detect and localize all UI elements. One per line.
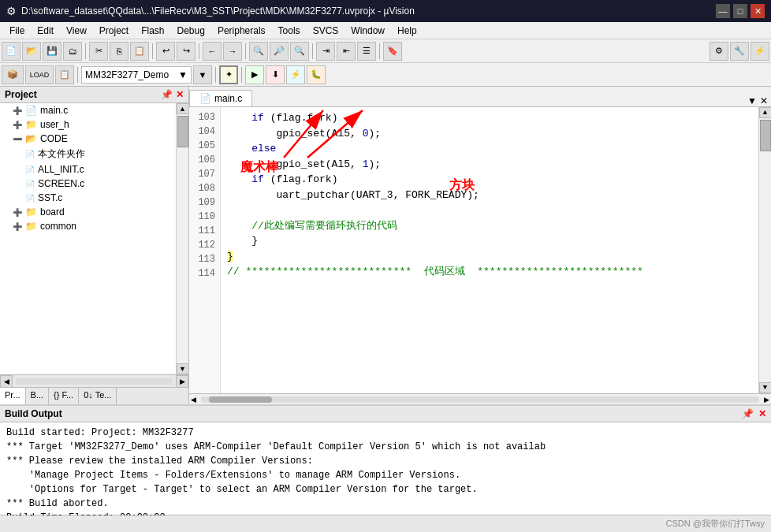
menu-view[interactable]: View <box>60 24 93 38</box>
expand-icon-board: ➕ <box>13 208 22 217</box>
code-content[interactable]: if (flag.fork) gpio_set(Al5, 0); else gp… <box>221 107 758 393</box>
tb2-target-btn[interactable]: 📦 <box>2 65 24 84</box>
tb-sep1 <box>85 43 86 59</box>
tree-label-benwenjian: 本文件夹作 <box>38 147 85 161</box>
menu-edit[interactable]: Edit <box>31 24 60 38</box>
tb-find-btn[interactable]: 🔍 <box>249 42 268 61</box>
tree-item-mainc[interactable]: ➕ 📄 main.c <box>0 103 176 117</box>
title-bar: ⚙ D:\software_dataset\QQdata\...\FileRec… <box>0 0 771 22</box>
proj-tab-templates[interactable]: 0↓ Te... <box>79 388 117 404</box>
tb-format-btn[interactable]: ☰ <box>357 42 376 61</box>
scroll-track <box>177 114 188 363</box>
project-close-icon[interactable]: ✕ <box>176 89 184 100</box>
tb-sep6 <box>379 43 380 59</box>
tree-item-board[interactable]: ➕ 📁 board <box>0 205 176 219</box>
tb2-load-btn[interactable]: LOAD <box>25 65 54 84</box>
tb-sep5 <box>312 43 313 59</box>
tb-open-btn[interactable]: 📂 <box>22 42 41 61</box>
tb-fwd-btn[interactable]: → <box>223 42 242 61</box>
proj-tab-books[interactable]: B... <box>26 388 50 404</box>
tab-pin-icon[interactable]: ✕ <box>760 95 768 106</box>
tb-outdent-btn[interactable]: ⇤ <box>337 42 356 61</box>
tree-item-common[interactable]: ➕ 📁 common <box>0 219 176 233</box>
menu-window[interactable]: Window <box>345 24 391 38</box>
code-scroll-down[interactable]: ▼ <box>759 382 772 393</box>
tree-item-screen[interactable]: 📄 SCREEN.c <box>0 177 176 191</box>
project-scrollbar[interactable]: ▲ ▼ <box>176 103 188 374</box>
maximize-button[interactable]: □ <box>733 4 747 18</box>
tb-back-btn[interactable]: ← <box>203 42 222 61</box>
tb-save-btn[interactable]: 💾 <box>43 42 61 61</box>
tb-undo-btn[interactable]: ↩ <box>156 42 175 61</box>
menu-file[interactable]: File <box>3 24 31 38</box>
h-scroll-left-code[interactable]: ◀ <box>189 396 198 404</box>
project-pin-icon[interactable]: 📌 <box>161 89 173 100</box>
build-line-6: *** Build aborted. <box>6 497 765 511</box>
scroll-up-arrow[interactable]: ▲ <box>177 103 189 114</box>
tb2-extra-btn[interactable]: 📋 <box>55 65 74 84</box>
code-scroll-track <box>759 118 771 382</box>
tb-paste-btn[interactable]: 📋 <box>130 42 149 61</box>
tb-copy-btn[interactable]: ⎘ <box>110 42 128 61</box>
menu-flash[interactable]: Flash <box>135 24 170 38</box>
menu-peripherals[interactable]: Peripherals <box>211 24 272 38</box>
tb-find2-btn[interactable]: 🔎 <box>270 42 289 61</box>
menu-debug[interactable]: Debug <box>171 24 211 38</box>
tb-redo-btn[interactable]: ↪ <box>177 42 196 61</box>
tree-item-benwenjian[interactable]: 📄 本文件夹作 <box>0 146 176 162</box>
proj-tab-project[interactable]: Pr... <box>0 388 26 404</box>
line-num-113: 113 <box>189 252 220 266</box>
tree-label-mainc: main.c <box>40 105 68 116</box>
project-h-scroll: ◀ ▶ <box>0 374 188 387</box>
close-button[interactable]: ✕ <box>751 4 765 18</box>
file-icon-benwenjian: 📄 <box>25 150 35 158</box>
code-scroll-up[interactable]: ▲ <box>759 107 772 118</box>
build-pin-icon[interactable]: 📌 <box>742 408 754 419</box>
code-line-104: gpio_set(Al5, 0); <box>227 126 752 142</box>
code-scroll-thumb[interactable] <box>760 120 771 151</box>
tb2-magic-btn[interactable]: ✦ <box>219 65 238 84</box>
tb-indent-btn[interactable]: ⇥ <box>316 42 335 61</box>
scroll-down-arrow[interactable]: ▼ <box>177 363 189 374</box>
scroll-thumb[interactable] <box>177 116 188 147</box>
proj-tab-functions[interactable]: {} F... <box>49 388 79 404</box>
menu-svcs[interactable]: SVCS <box>307 24 345 38</box>
editor-wrapper: 📄 main.c ▼ ✕ 103 104 105 106 107 108 109 <box>189 87 771 404</box>
tb-extra3-btn[interactable]: ⚡ <box>751 42 769 61</box>
h-scroll-left-btn[interactable]: ◀ <box>0 375 13 388</box>
tree-label-common: common <box>40 221 76 232</box>
tree-item-code[interactable]: ➖ 📂 CODE <box>0 132 176 146</box>
tb2-dropdown-btn[interactable]: ▼ <box>193 65 212 84</box>
tb-extra2-btn[interactable]: 🔧 <box>730 42 749 61</box>
menu-project[interactable]: Project <box>93 24 135 38</box>
menu-tools[interactable]: Tools <box>272 24 307 38</box>
target-select[interactable]: MM32F3277_Demo ▼ <box>81 66 192 84</box>
tree-item-userh[interactable]: ➕ 📁 user_h <box>0 117 176 132</box>
tree-item-allinit[interactable]: 📄 ALL_INIT.c <box>0 162 176 177</box>
tb-save-all-btn[interactable]: 🗂 <box>63 42 82 61</box>
h-scroll-thumb-code[interactable] <box>209 396 272 403</box>
h-scroll-right-btn[interactable]: ▶ <box>176 375 188 388</box>
build-line-4: 'Manage Project Items - Folders/Extensio… <box>6 468 765 482</box>
tree-item-sst[interactable]: 📄 SST.c <box>0 191 176 205</box>
h-scroll-right-code[interactable]: ▶ <box>762 396 771 404</box>
tb2-dbg-btn[interactable]: 🐛 <box>307 65 326 84</box>
code-line-111: } <box>227 233 752 249</box>
tb-extra1-btn[interactable]: ⚙ <box>710 42 728 61</box>
tb2-load2-btn[interactable]: ⬇ <box>266 65 285 84</box>
tb2-build-btn[interactable]: ▶ <box>245 65 264 84</box>
code-scrollbar[interactable]: ▲ ▼ <box>758 107 771 393</box>
build-close-icon[interactable]: ✕ <box>758 408 766 419</box>
tb-new-btn[interactable]: 📄 <box>2 42 20 61</box>
minimize-button[interactable]: — <box>716 4 730 18</box>
tb2-sep3 <box>241 67 242 83</box>
tb-bookmark-btn[interactable]: 🔖 <box>383 42 402 61</box>
main-area: Project 📌 ✕ ➕ 📄 main.c ➕ 📁 user_h <box>0 87 771 404</box>
tb-find3-btn[interactable]: 🔍 <box>290 42 309 61</box>
tab-close-icon[interactable]: ▼ <box>747 95 757 106</box>
tb-cut-btn[interactable]: ✂ <box>89 42 108 61</box>
tb2-run-btn[interactable]: ⚡ <box>286 65 305 84</box>
menu-help[interactable]: Help <box>391 24 423 38</box>
h-scroll-track-code <box>201 396 759 403</box>
editor-tab-mainc[interactable]: 📄 main.c <box>189 90 252 106</box>
